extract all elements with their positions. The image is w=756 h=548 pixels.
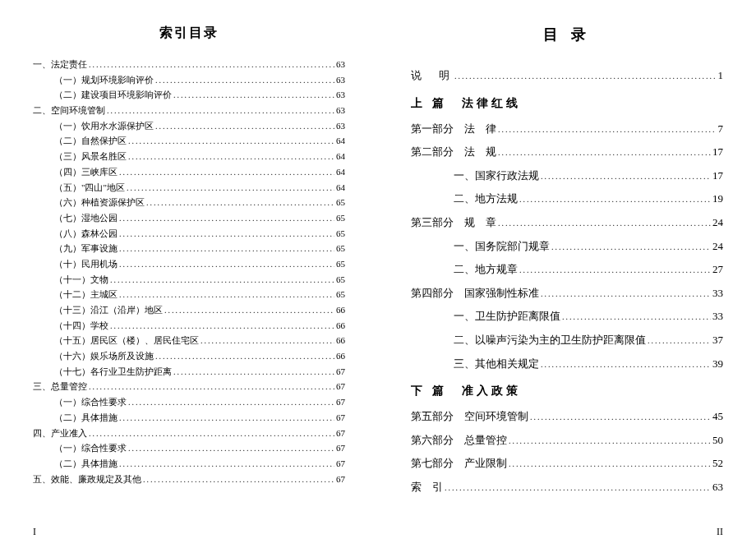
index-entry-label: 三、总量管控 xyxy=(33,379,87,394)
dot-leader xyxy=(89,426,334,440)
dot-leader xyxy=(119,257,334,271)
toc-entry: 第四部分 国家强制性标准33 xyxy=(411,282,723,306)
toc-entry: 一、国家行政法规17 xyxy=(411,164,723,188)
index-entry: （六）种植资源保护区65 xyxy=(33,195,345,210)
index-entry-page: 67 xyxy=(336,379,345,394)
dot-leader xyxy=(541,356,711,374)
index-entry: （三）风景名胜区64 xyxy=(33,149,345,164)
toc-entry-label: 第三部分 规 章 xyxy=(411,211,496,235)
index-entry: （十）民用机场65 xyxy=(33,256,345,272)
index-entry-page: 65 xyxy=(336,210,345,226)
index-entry-label: （十七）各行业卫生防护距离 xyxy=(54,364,172,380)
dot-leader xyxy=(155,73,334,87)
index-entry: （一）综合性要求67 xyxy=(33,440,345,456)
dot-leader xyxy=(119,211,334,225)
toc-entry-page: 33 xyxy=(712,305,723,329)
index-entry-page: 65 xyxy=(336,195,345,210)
toc-content: 说 明1上 篇 法律红线第一部分 法 律7第二部分 法 规17一、国家行政法规1… xyxy=(411,64,723,532)
index-entry: （七）湿地公园65 xyxy=(33,210,345,226)
index-entry-label: （一）规划环境影响评价 xyxy=(54,72,154,88)
index-entry: （十三）沿江（沿岸）地区66 xyxy=(33,302,345,318)
toc-entry-label: 第四部分 国家强制性标准 xyxy=(411,282,539,306)
toc-entry: 第一部分 法 律7 xyxy=(411,117,723,141)
toc-section-heading: 上 篇 法律红线 xyxy=(411,96,723,111)
toc-entry-label: 二、地方法规 xyxy=(454,187,518,211)
index-entry-label: （一）综合性要求 xyxy=(54,394,127,410)
page-number-right: II xyxy=(717,526,723,538)
dot-leader xyxy=(107,104,334,117)
dot-leader xyxy=(155,119,334,133)
index-entry: （二）具体措施67 xyxy=(33,456,345,472)
index-entry: （二）建设项目环境影响评价63 xyxy=(33,87,345,103)
right-page: 目 录 说 明1上 篇 法律红线第一部分 法 律7第二部分 法 规17一、国家行… xyxy=(378,0,756,548)
toc-entry: 第二部分 法 规17 xyxy=(411,140,723,164)
toc-entry: 二、以噪声污染为主的卫生防护距离限值37 xyxy=(411,329,723,352)
index-entry-label: （二）建设项目环境影响评价 xyxy=(54,87,172,103)
dot-leader xyxy=(110,273,334,287)
index-entry-label: （六）种植资源保护区 xyxy=(54,195,145,210)
dot-leader xyxy=(648,332,711,350)
toc-entry: 索 引63 xyxy=(411,476,723,500)
index-entry-label: （二）具体措施 xyxy=(54,410,118,426)
index-entry: （四）三峡库区64 xyxy=(33,164,345,180)
dot-leader xyxy=(89,58,334,71)
toc-entry-page: 19 xyxy=(712,187,723,211)
index-entry: （十一）文物65 xyxy=(33,272,345,288)
dot-leader xyxy=(127,181,334,195)
index-entry-label: （九）军事设施 xyxy=(54,241,118,256)
index-entry-page: 64 xyxy=(336,149,345,164)
index-entry: 一、法定责任63 xyxy=(33,57,345,72)
index-entry-label: （三）风景名胜区 xyxy=(54,149,127,164)
toc-entry: 二、地方规章27 xyxy=(411,258,723,282)
toc-entry-page: 33 xyxy=(712,282,723,306)
index-entry-label: （十六）娱乐场所及设施 xyxy=(54,348,154,364)
index-entry-label: （五）"四山"地区 xyxy=(54,180,125,196)
index-content: 一、法定责任63（一）规划环境影响评价63（二）建设项目环境影响评价63二、空间… xyxy=(33,57,345,532)
index-entry-page: 65 xyxy=(336,241,345,256)
dot-leader xyxy=(509,455,711,473)
index-entry: （十四）学校66 xyxy=(33,318,345,334)
index-entry: （一）规划环境影响评价63 xyxy=(33,72,345,88)
index-entry-label: （十四）学校 xyxy=(54,318,108,334)
dot-leader xyxy=(110,319,334,333)
index-entry-page: 67 xyxy=(336,410,345,426)
toc-entry-label: 一、国务院部门规章 xyxy=(454,235,550,259)
index-entry-label: （十五）居民区（楼）、居民住宅区 xyxy=(54,333,199,348)
index-entry-page: 65 xyxy=(336,272,345,288)
toc-entry-label: 二、以噪声污染为主的卫生防护距离限值 xyxy=(454,329,646,352)
index-entry: （二）自然保护区64 xyxy=(33,133,345,149)
toc-entry: 第七部分 产业限制52 xyxy=(411,452,723,476)
dot-leader xyxy=(128,150,334,163)
index-entry-page: 63 xyxy=(336,103,345,118)
index-entry-page: 64 xyxy=(336,133,345,149)
toc-entry: 第六部分 总量管控50 xyxy=(411,429,723,453)
dot-leader xyxy=(173,88,334,102)
index-entry-page: 67 xyxy=(336,426,345,441)
toc-entry: 三、其他相关规定39 xyxy=(411,352,723,376)
index-entry: （十二）主城区65 xyxy=(33,287,345,302)
toc-entry-label: 第七部分 产业限制 xyxy=(411,452,507,476)
dot-leader xyxy=(146,196,334,210)
index-title: 索引目录 xyxy=(33,25,345,42)
index-entry-page: 63 xyxy=(336,57,345,72)
index-entry: （九）军事设施65 xyxy=(33,241,345,256)
index-entry-label: （一）饮用水水源保护区 xyxy=(54,118,154,134)
toc-entry-page: 45 xyxy=(712,405,723,429)
left-page: 索引目录 一、法定责任63（一）规划环境影响评价63（二）建设项目环境影响评价6… xyxy=(0,0,378,548)
toc-entry-page: 24 xyxy=(712,211,723,235)
index-entry-label: 一、法定责任 xyxy=(33,57,87,72)
dot-leader xyxy=(551,238,711,256)
toc-entry-page: 50 xyxy=(712,429,723,453)
index-entry-label: （二）自然保护区 xyxy=(54,133,127,149)
index-entry-page: 63 xyxy=(336,118,345,134)
dot-leader xyxy=(119,411,334,425)
index-entry-page: 66 xyxy=(336,333,345,348)
dot-leader xyxy=(173,365,334,379)
toc-entry-label: 索 引 xyxy=(411,476,443,500)
toc-entry-page: 1 xyxy=(718,64,724,88)
toc-entry-label: 第五部分 空间环境管制 xyxy=(411,405,528,429)
toc-entry-label: 第六部分 总量管控 xyxy=(411,429,507,453)
index-entry-page: 64 xyxy=(336,180,345,196)
index-entry-page: 65 xyxy=(336,226,345,242)
index-entry-page: 63 xyxy=(336,87,345,103)
